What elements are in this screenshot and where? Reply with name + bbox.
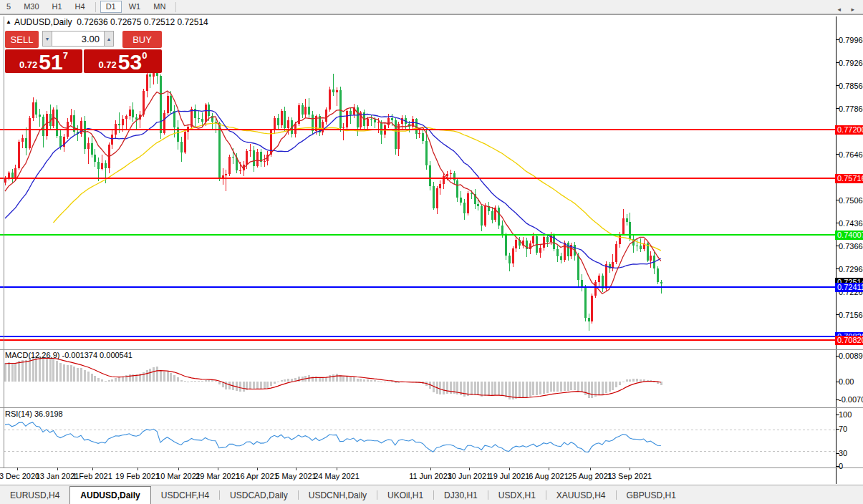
price-axis-tick: 0.75060 xyxy=(839,196,863,205)
price-axis-tick: 0.79960 xyxy=(839,36,863,45)
tab-scroll-arrows[interactable]: ◂ ▸ xyxy=(837,6,859,13)
timeframe-button-w1[interactable]: W1 xyxy=(123,1,147,13)
toolbar-separator xyxy=(175,2,176,12)
date-axis-label: 6 Aug 2021 xyxy=(529,472,569,480)
price-axis-tick: 0.76460 xyxy=(839,150,863,160)
hline-price-badge: 0.72411 xyxy=(835,283,863,292)
sell-button[interactable]: SELL xyxy=(5,31,39,48)
buy-price-big-digits: 53 xyxy=(118,52,142,72)
chart-symbol-header: ▲AUDUSD,Daily 0.72636 0.72675 0.72512 0.… xyxy=(6,17,208,27)
tab-ukoil[interactable]: UKOil,H1 xyxy=(377,485,433,504)
sell-price-display[interactable]: 0.72 51 7 xyxy=(5,49,82,73)
tab-usdcad[interactable]: USDCAD,Daily xyxy=(220,485,298,504)
date-axis-label: 16 Apr 2021 xyxy=(236,472,278,480)
volume-input[interactable] xyxy=(52,31,104,47)
macd-axis-tick: 0.008904 xyxy=(839,352,863,361)
symbol-tab-bar: EURUSD,H4AUDUSD,DailyUSDCHF,H4USDCAD,Dai… xyxy=(0,485,863,504)
timeframe-toolbar: 5M30H1H4D1W1MN xyxy=(0,0,863,14)
price-axis-tick: 0.72960 xyxy=(839,265,863,274)
price-axis-tick: 0.79260 xyxy=(839,59,863,68)
date-axis-label: 11 Jun 2021 xyxy=(409,472,452,480)
rsi-indicator-label: RSI(14) 36.9198 xyxy=(5,410,63,418)
date-axis-label: 29 Mar 2021 xyxy=(196,472,240,480)
volume-stepper: ▼ ▲ xyxy=(42,31,114,48)
chart-canvas[interactable] xyxy=(0,15,863,485)
hline-price-badge: 0.70820 xyxy=(835,336,863,345)
sell-price-prefix: 0.72 xyxy=(19,59,37,70)
hline-price-badge: 0.75716 xyxy=(835,174,863,183)
volume-increase-button[interactable]: ▲ xyxy=(104,31,114,47)
chart-area[interactable]: ▲AUDUSD,Daily 0.72636 0.72675 0.72512 0.… xyxy=(0,14,863,485)
hline-price-badge: 0.77200 xyxy=(835,125,863,135)
timeframe-button-h4[interactable]: H4 xyxy=(69,1,91,13)
date-axis-label: 13 Sep 2021 xyxy=(607,472,652,480)
buy-price-pip-digit: 0 xyxy=(142,50,147,61)
rsi-axis-tick: 0 xyxy=(839,462,863,471)
date-axis-label: 24 May 2021 xyxy=(314,472,360,480)
timeframe-button-m30[interactable]: M30 xyxy=(18,1,44,13)
timeframe-button-5[interactable]: 5 xyxy=(1,1,16,13)
volume-decrease-button[interactable]: ▼ xyxy=(42,31,52,47)
macd-axis-tick: -0.00701 xyxy=(839,395,863,404)
tab-gbpusd[interactable]: GBPUSD,H1 xyxy=(617,485,686,504)
date-axis-label: 1 Feb 2021 xyxy=(72,472,112,480)
date-axis-label: 25 Aug 2021 xyxy=(568,472,612,480)
rsi-axis-tick: 70 xyxy=(839,425,863,434)
date-axis-label: 23 Dec 2020 xyxy=(0,472,39,480)
rsi-axis-tick: 30 xyxy=(839,449,863,458)
collapse-triangle-icon[interactable]: ▲ xyxy=(6,19,11,25)
date-axis-label: 5 May 2021 xyxy=(275,472,316,480)
tab-eurusd[interactable]: EURUSD,H4 xyxy=(0,485,69,504)
sell-price-pip-digit: 7 xyxy=(63,50,68,61)
date-axis-label: 19 Jul 2021 xyxy=(489,472,530,480)
date-axis-label: 19 Feb 2021 xyxy=(115,472,160,480)
buy-button[interactable]: BUY xyxy=(122,31,162,48)
toolbar-separator xyxy=(95,2,96,12)
buy-price-display[interactable]: 0.72 53 0 xyxy=(84,49,162,73)
hline-price-badge: 0.74007 xyxy=(835,231,863,240)
trading-platform-window: { "toolbar": { "timeframes": ["5","M30",… xyxy=(0,0,863,504)
one-click-trading-panel: SELL ▼ ▲ BUY 0.72 51 7 0.72 53 0 xyxy=(5,31,163,73)
price-axis-tick: 0.74360 xyxy=(839,219,863,228)
tab-usdx[interactable]: USDX,H1 xyxy=(488,485,546,504)
chart-ohlc-values: 0.72636 0.72675 0.72512 0.72514 xyxy=(77,17,208,27)
price-axis-tick: 0.77860 xyxy=(839,105,863,114)
timeframe-button-h1[interactable]: H1 xyxy=(47,1,68,13)
tab-usdcnh[interactable]: USDCNH,Daily xyxy=(299,485,377,504)
tab-usdchf[interactable]: USDCHF,H4 xyxy=(151,485,219,504)
date-axis-label: 30 Jun 2021 xyxy=(448,472,491,480)
price-axis-tick: 0.73660 xyxy=(839,242,863,251)
tab-audusd[interactable]: AUDUSD,Daily xyxy=(69,486,150,504)
chart-symbol-title: AUDUSD,Daily xyxy=(14,17,72,27)
tab-xauusd[interactable]: XAUUSD,H4 xyxy=(546,485,616,504)
price-axis-tick: 0.71560 xyxy=(839,311,863,320)
macd-indicator-label: MACD(12,26,9) -0.001374 0.000541 xyxy=(5,351,132,359)
date-axis-label: 10 Mar 2021 xyxy=(156,472,201,480)
sell-price-big-digits: 51 xyxy=(39,52,62,72)
timeframe-button-d1[interactable]: D1 xyxy=(100,1,122,13)
tab-dj30[interactable]: DJ30,H1 xyxy=(434,485,488,504)
rsi-axis-tick: 100 xyxy=(839,410,863,420)
buy-price-prefix: 0.72 xyxy=(99,59,117,70)
macd-axis-tick: 0.00 xyxy=(839,377,863,387)
price-axis-tick: 0.78560 xyxy=(839,82,863,91)
timeframe-button-mn[interactable]: MN xyxy=(148,1,171,13)
